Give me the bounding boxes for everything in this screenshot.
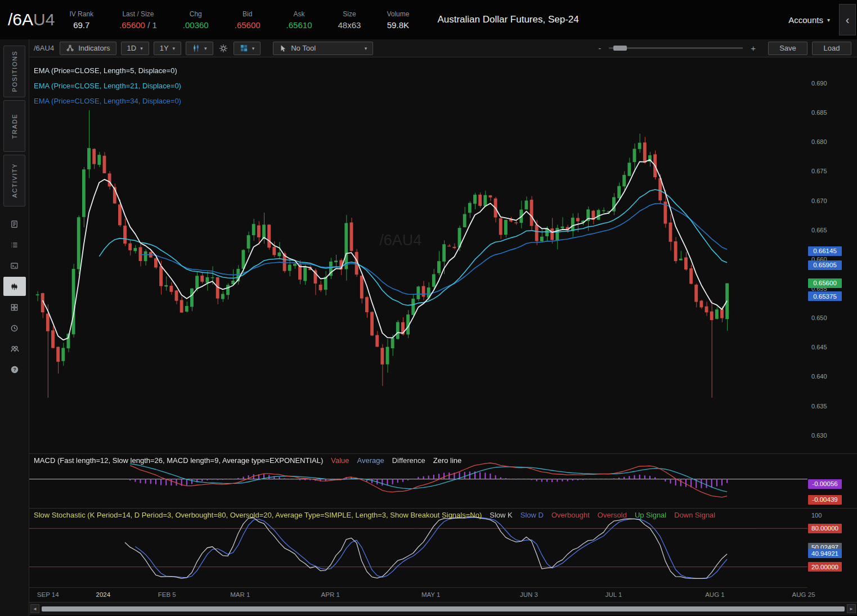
sidebar-item-clock[interactable] — [3, 318, 26, 338]
axis-value-badge: 0.65905 — [808, 260, 842, 270]
macd-label-row: MACD (Fast length=12, Slow length=26, MA… — [34, 456, 807, 465]
stochastic-legend-oversold: Oversold — [598, 511, 627, 519]
stat-label: Size — [338, 10, 361, 18]
price-tick: 0.635 — [811, 403, 827, 410]
svg-text:?: ? — [13, 367, 16, 372]
stat-value: .00360 — [183, 20, 209, 30]
axis-value-badge: 20.00000 — [808, 562, 842, 572]
price-tick: 0.680 — [811, 138, 827, 145]
sidebar-item-help[interactable]: ? — [3, 360, 26, 379]
note-icon — [10, 220, 19, 228]
stat-label: Chg — [183, 10, 209, 18]
zoom-slider-thumb[interactable] — [613, 46, 627, 51]
price-chart-canvas[interactable] — [29, 57, 807, 453]
chart-settings-button[interactable] — [218, 44, 229, 53]
time-axis-label: MAY 1 — [421, 591, 440, 598]
stochastic-legend-up-signal: Up Signal — [635, 511, 666, 519]
time-axis-label: SEP 14 — [37, 591, 59, 598]
header: /6AU4 IV Rank69.7Last / Size.65600 / 1Ch… — [0, 0, 857, 39]
clock-icon — [10, 324, 19, 332]
stat-size: Size48x63 — [338, 10, 361, 30]
ema-label-34[interactable]: EMA (Price=CLOSE, Length=34, Displace=0) — [34, 93, 181, 109]
stat-value: 59.8K — [387, 20, 409, 30]
sidebar-tab-trade[interactable]: TRADE — [3, 100, 25, 152]
stochastic-chart-canvas[interactable] — [29, 509, 807, 587]
stat-value: .65600 — [235, 20, 261, 30]
zoom-out-button[interactable]: - — [598, 43, 601, 53]
stochastic-settings-label[interactable]: Slow Stochastic (K Period=14, D Period=3… — [34, 511, 482, 519]
drawing-tool-dropdown[interactable]: No Tool ▾ — [273, 42, 373, 55]
load-button[interactable]: Load — [812, 42, 851, 55]
cursor-icon — [279, 44, 287, 52]
stochastic-tick-100: 100 — [811, 512, 822, 519]
tool-label: No Tool — [291, 44, 316, 52]
macd-legend-zero-line: Zero line — [433, 456, 462, 465]
chevron-down-icon: ▾ — [204, 46, 207, 51]
sidebar-item-terminal[interactable] — [3, 256, 26, 275]
stochastic-legend-slow-k: Slow K — [490, 511, 512, 519]
gear-icon — [219, 44, 228, 53]
zoom-slider[interactable] — [609, 47, 743, 49]
sidebar-tab-label: POSITIONS — [11, 51, 18, 92]
time-axis-label: AUG 25 — [792, 591, 815, 598]
sidebar-item-note[interactable] — [3, 214, 26, 233]
stat-label: Bid — [235, 10, 261, 18]
sidebar-item-people[interactable] — [3, 339, 26, 358]
stat-last-size: Last / Size.65600 / 1 — [119, 10, 157, 30]
range-value: 1Y — [160, 44, 169, 52]
chevron-down-icon: ▾ — [140, 46, 143, 51]
time-axis-label: MAR 1 — [230, 591, 250, 598]
time-axis-label: JUL 1 — [605, 591, 622, 598]
scroll-right-button[interactable]: ► — [847, 604, 856, 613]
sidebar-item-list[interactable] — [3, 235, 26, 254]
time-axis-label: JUN 3 — [520, 591, 538, 598]
timeframe-dropdown[interactable]: 1D▾ — [121, 42, 149, 55]
macd-settings-label[interactable]: MACD (Fast length=12, Slow length=26, MA… — [34, 456, 323, 465]
ema-label-5[interactable]: EMA (Price=CLOSE, Length=5, Displace=0) — [34, 63, 181, 78]
indicators-button[interactable]: Indicators — [60, 42, 116, 55]
ema-label-21[interactable]: EMA (Price=CLOSE, Length=21, Displace=0) — [34, 78, 181, 93]
axis-value-badge: 40.94921 — [808, 548, 842, 558]
sidebar-tab-positions[interactable]: POSITIONS — [3, 46, 25, 97]
range-dropdown[interactable]: 1Y▾ — [154, 42, 181, 55]
chevron-down-icon: ▾ — [252, 46, 255, 51]
macd-axis: -0.00056-0.00439 — [807, 453, 857, 508]
price-tick: 0.645 — [811, 344, 827, 350]
collapse-panel-button[interactable]: ‹ — [839, 4, 856, 35]
price-axis-column: 0.6900.6850.6800.6750.6700.6650.6600.655… — [807, 57, 857, 602]
stat-label: IV Rank — [69, 10, 93, 18]
symbol: /6AU4 — [8, 10, 55, 29]
layout-dropdown[interactable]: ▾ — [234, 42, 261, 55]
stat-bid: Bid.65600 — [235, 10, 261, 30]
save-button[interactable]: Save — [768, 42, 807, 55]
chart-icon — [10, 282, 19, 291]
list-icon — [10, 241, 19, 249]
sidebar-tab-label: ACTIVITY — [11, 163, 18, 198]
scrollbar-thumb[interactable] — [42, 606, 845, 611]
sidebar-item-grid[interactable] — [3, 298, 26, 317]
chart-scrollbar: ◄ ► — [29, 602, 857, 615]
candlestick-icon — [192, 44, 200, 52]
people-icon — [10, 344, 19, 353]
price-tick: 0.675 — [811, 168, 827, 174]
macd-pane: MACD (Fast length=12, Slow length=26, MA… — [29, 453, 807, 508]
price-tick: 0.630 — [811, 432, 827, 439]
zoom-in-button[interactable]: + — [751, 43, 756, 53]
scroll-left-button[interactable]: ◄ — [30, 604, 39, 613]
time-axis: SEP 142024FEB 5MAR 1APR 1MAY 1JUN 3JUL 1… — [29, 587, 807, 602]
macd-legend-value: Value — [331, 456, 349, 465]
sidebar: POSITIONSTRADEACTIVITY ? — [0, 39, 29, 616]
contract-title: Australian Dollar Futures, Sep-24 — [437, 14, 578, 25]
stochastic-legend-slow-d: Slow D — [521, 511, 544, 519]
stat-label: Volume — [387, 10, 409, 18]
sidebar-tab-label: TRADE — [11, 114, 18, 139]
terminal-icon — [10, 262, 19, 270]
symbol-suffix: U4 — [33, 10, 55, 29]
sidebar-tab-activity[interactable]: ACTIVITY — [3, 155, 25, 206]
chart-type-dropdown[interactable]: ▾ — [186, 42, 213, 55]
macd-legend-average: Average — [357, 456, 384, 465]
accounts-menu[interactable]: Accounts ▾ — [788, 15, 830, 25]
chevron-down-icon: ▾ — [365, 46, 367, 51]
price-axis: 0.6900.6850.6800.6750.6700.6650.6600.655… — [807, 57, 857, 453]
sidebar-item-chart[interactable] — [3, 277, 26, 296]
